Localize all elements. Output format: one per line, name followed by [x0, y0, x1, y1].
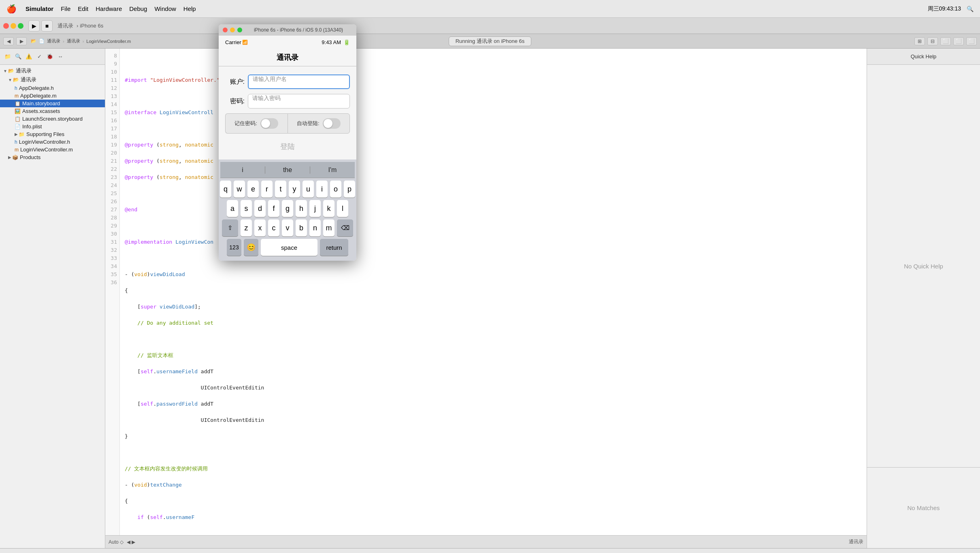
key-d[interactable]: d [254, 200, 266, 217]
maximize-button[interactable] [18, 23, 23, 29]
editor-assistant[interactable]: ⊟ [927, 37, 938, 45]
sidebar-item-loginvc-m[interactable]: m LoginViewController.m [0, 146, 105, 153]
phone-autologin-toggle[interactable] [323, 118, 341, 129]
sidebar-item-assets[interactable]: 🖼️ Assets.xcassets [0, 107, 105, 115]
key-delete[interactable]: ⌫ [337, 219, 353, 236]
key-123[interactable]: 123 [227, 239, 241, 256]
key-f[interactable]: f [268, 200, 279, 217]
sidebar-item-infoplist[interactable]: 📄 Info.plist [0, 123, 105, 130]
key-g[interactable]: g [282, 200, 293, 217]
key-u[interactable]: u [303, 181, 314, 198]
suggestion-im[interactable]: I'm [310, 166, 355, 174]
key-space[interactable]: space [261, 239, 317, 256]
key-q[interactable]: q [220, 181, 231, 198]
key-s[interactable]: s [241, 200, 252, 217]
phone-remember-toggle[interactable] [260, 118, 278, 129]
sidebar-icon-folder[interactable]: 📁 [3, 52, 12, 61]
key-y[interactable]: y [289, 181, 300, 198]
view-navigator[interactable]: ⬜ [940, 37, 951, 45]
phone-time: 9:43 AM [322, 39, 341, 45]
key-c[interactable]: c [268, 219, 279, 236]
run-button[interactable]: ▶ [28, 20, 40, 32]
right-toolbar: ⊞ ⊟ ⬜ ⬜ ⬜ [914, 37, 977, 45]
sidebar-icon-test[interactable]: ✓ [35, 52, 44, 61]
key-k[interactable]: k [323, 200, 334, 217]
key-b[interactable]: b [296, 219, 307, 236]
sidebar-item-appdelegate-m[interactable]: m AppDelegate.m [0, 92, 105, 100]
phone-remember-section: 记住密码: [225, 113, 288, 134]
sidebar-item-appdelegate-h[interactable]: h AppDelegate.h [0, 84, 105, 92]
view-debug[interactable]: ⬜ [953, 37, 964, 45]
menubar-search-icon[interactable]: 🔍 [967, 6, 974, 12]
key-n[interactable]: n [309, 219, 321, 236]
key-z[interactable]: z [241, 219, 252, 236]
phone-password-input[interactable]: 请输入密码 [248, 94, 350, 108]
close-button[interactable] [3, 23, 9, 29]
sidebar-item-subgroup[interactable]: ▼ 📂 通讯录 [0, 75, 105, 84]
sidebar-item-launchscreen[interactable]: 📋 LaunchScreen.storyboard [0, 115, 105, 123]
key-x[interactable]: x [254, 219, 266, 236]
key-t[interactable]: t [275, 181, 286, 198]
phone-login-button[interactable]: 登陆 [225, 138, 350, 155]
suggestion-i[interactable]: i [220, 166, 265, 174]
stop-button[interactable]: ■ [41, 20, 53, 32]
key-r[interactable]: r [261, 181, 273, 198]
menu-file[interactable]: File [61, 5, 70, 12]
sim-max-button[interactable] [237, 28, 242, 32]
sidebar-item-main-storyboard[interactable]: 📋 Main.storyboard [0, 100, 105, 107]
sidebar-toggle[interactable]: 📂 [31, 38, 36, 44]
phone-battery-icon: 🔋 [343, 39, 350, 45]
menu-hardware[interactable]: Hardware [96, 5, 122, 12]
no-matches-label: No Matches [867, 467, 980, 548]
phone-toggles: 记住密码: 自动登陆: [225, 113, 350, 134]
menu-window[interactable]: Window [154, 5, 176, 12]
key-p[interactable]: p [344, 181, 355, 198]
key-j[interactable]: j [309, 200, 321, 217]
minimize-button[interactable] [11, 23, 16, 29]
phone-username-label: 账户: [225, 78, 245, 86]
phone-username-input[interactable]: 请输入用户名 [248, 74, 350, 89]
sidebar-item-loginvc-h[interactable]: h LoginViewController.h [0, 138, 105, 146]
sidebar-icon-debug[interactable]: 🐞 [45, 52, 54, 61]
menu-edit[interactable]: Edit [78, 5, 88, 12]
key-m[interactable]: m [323, 219, 334, 236]
sim-close-button[interactable] [223, 28, 228, 32]
editor-standard[interactable]: ⊞ [914, 37, 925, 45]
menu-simulator[interactable]: Simulator [26, 5, 53, 12]
nav-forward[interactable]: ▶ [16, 37, 27, 45]
key-a[interactable]: a [227, 200, 238, 217]
sidebar-item-supporting[interactable]: ▶ 📁 Supporting Files [0, 130, 105, 138]
menu-help[interactable]: Help [183, 5, 196, 12]
phone-password-label: 密码: [225, 97, 245, 106]
key-i[interactable]: i [316, 181, 328, 198]
running-bar: ◀ ▶ 📂 📄 通讯录 › 通讯录 › LoginViewController.… [0, 34, 980, 49]
key-w[interactable]: w [234, 181, 245, 198]
menu-debug[interactable]: Debug [129, 5, 147, 12]
right-panel: Quick Help No Quick Help No Matches [867, 49, 980, 548]
key-e[interactable]: e [247, 181, 259, 198]
key-v[interactable]: v [282, 219, 293, 236]
keyboard-row3: ⇧ z x c v b n m ⌫ [220, 219, 355, 236]
xcode-controls: ▶ ■ [28, 20, 53, 32]
key-h[interactable]: h [296, 200, 307, 217]
key-l[interactable]: l [337, 200, 348, 217]
apple-menu[interactable]: 🍎 [6, 4, 17, 14]
sidebar-item-products[interactable]: ▶ 📦 Products [0, 153, 105, 161]
key-emoji[interactable]: 😊 [244, 239, 258, 256]
sidebar-item-root[interactable]: ▼ 📂 通讯录 [0, 66, 105, 75]
device-name: iPhone 6s [80, 23, 103, 29]
nav-back[interactable]: ◀ [3, 37, 14, 45]
sim-min-button[interactable] [230, 28, 235, 32]
sidebar-icon-git[interactable]: ↔ [56, 52, 65, 61]
key-o[interactable]: o [330, 181, 341, 198]
suggestion-the[interactable]: the [265, 166, 310, 174]
sidebar-icon-search[interactable]: 🔍 [14, 52, 23, 61]
view-utilities[interactable]: ⬜ [966, 37, 977, 45]
phone-keyboard: i the I'm q w e r t y u i o p a s d f g … [219, 160, 356, 261]
status-nav-icons[interactable]: ◀ ▶ [127, 539, 135, 545]
phone-signal-icon: 📶 [242, 40, 248, 45]
key-return[interactable]: return [320, 239, 348, 256]
sidebar-icon-warn[interactable]: ⚠️ [24, 52, 33, 61]
key-shift[interactable]: ⇧ [222, 219, 238, 236]
sim-titlebar: iPhone 6s - iPhone 6s / iOS 9.0 (13A340) [219, 24, 356, 36]
